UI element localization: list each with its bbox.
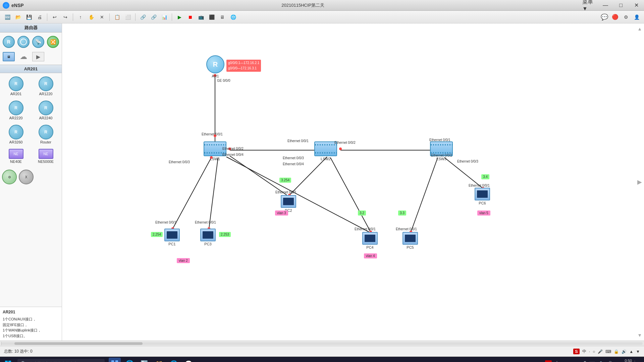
- sys-icon-lock[interactable]: 🔒: [597, 360, 604, 362]
- router-section-title: 路由器: [0, 23, 62, 33]
- link2-button[interactable]: 🔗: [149, 12, 158, 22]
- save-button[interactable]: 💾: [24, 12, 34, 22]
- node-ar1[interactable]: R AR1: [206, 55, 224, 78]
- node-lsw3-label: LSW3: [436, 157, 446, 161]
- sys-icon-lang[interactable]: 中: [554, 360, 560, 362]
- sys-icon-up[interactable]: ▲: [536, 360, 543, 362]
- stop-button[interactable]: ⏹: [185, 12, 195, 22]
- device-item-extra2[interactable]: X: [19, 168, 34, 186]
- screen-button[interactable]: 🖥: [218, 12, 227, 22]
- node-lsw1[interactable]: LSW1: [204, 141, 226, 161]
- ip-box-34: 3.4: [481, 174, 489, 179]
- settings-icon[interactable]: ⚙: [621, 12, 631, 22]
- undo-button[interactable]: ↩: [50, 12, 59, 22]
- ip-box-2254: 2.254: [151, 232, 163, 237]
- sidebar-icon-cloud[interactable]: ☁: [17, 51, 30, 63]
- device-item-ar1220[interactable]: R AR1220: [32, 75, 60, 97]
- new-button[interactable]: 🆕: [3, 12, 12, 22]
- scroll-up[interactable]: ▲: [637, 26, 642, 32]
- port-pc2-eth001: Ethernet 0/0/1: [275, 190, 297, 194]
- node-pc2[interactable]: PC2: [281, 195, 296, 213]
- link-button[interactable]: 🔗: [138, 12, 148, 22]
- text-button[interactable]: 📋: [112, 12, 122, 22]
- sys-icon-S[interactable]: S: [545, 360, 552, 362]
- node-pc4[interactable]: PC4: [362, 232, 378, 249]
- sidebar-icon-arrow[interactable]: ▶: [32, 51, 45, 63]
- select-button[interactable]: ↑: [76, 12, 85, 22]
- device-item-ne5000e[interactable]: NE NE5000E: [32, 147, 60, 165]
- redo-button[interactable]: ↪: [61, 12, 70, 22]
- rect-button[interactable]: ⬜: [123, 12, 132, 22]
- start-button[interactable]: ▶: [175, 12, 184, 22]
- huawei-icon[interactable]: 🔴: [610, 12, 620, 22]
- scroll-thumb-h[interactable]: [14, 342, 143, 345]
- scroll-right[interactable]: ▶: [637, 178, 642, 186]
- minimize-button[interactable]: —: [598, 0, 613, 11]
- black-button[interactable]: ⬛: [207, 12, 216, 22]
- sidebar-icon-router-r[interactable]: R: [2, 35, 15, 49]
- device-item-ar3260[interactable]: R AR3260: [2, 123, 30, 145]
- sys-icon-vol[interactable]: 🔊: [606, 360, 613, 362]
- taskbar-app-folder[interactable]: 📁: [153, 358, 165, 362]
- canvas-scrollbar-h[interactable]: [0, 341, 644, 346]
- monitor-button[interactable]: 📺: [196, 12, 206, 22]
- close-button[interactable]: ✕: [629, 0, 644, 11]
- sep5: [172, 13, 172, 21]
- start-button[interactable]: [0, 357, 16, 362]
- chat-icon[interactable]: 💬: [600, 12, 609, 22]
- device-item-ar2220[interactable]: R AR2220: [2, 99, 30, 121]
- device-item-ar2240[interactable]: R AR2240: [32, 99, 60, 121]
- svg-line-6: [330, 158, 371, 232]
- port-lsw2-eth002: Ethernet 0/0/2: [334, 141, 356, 144]
- menu-button[interactable]: 菜单▼: [582, 0, 598, 11]
- sidebar-icon-wireless[interactable]: 📡: [32, 35, 45, 49]
- maximize-button[interactable]: □: [613, 0, 629, 11]
- node-pc1[interactable]: PC1: [164, 229, 180, 246]
- scroll-track-h[interactable]: [2, 342, 643, 345]
- node-pc5[interactable]: PC5: [402, 232, 418, 249]
- chart-button[interactable]: 📊: [160, 12, 169, 22]
- sys-icon-kbd[interactable]: ⌨: [589, 360, 595, 362]
- titlebar-left: eNSP: [0, 2, 24, 9]
- device-item-extra1[interactable]: ⚙: [2, 168, 17, 186]
- status-mic: 🎤: [598, 349, 603, 354]
- vlan-box-3: vlan 3: [275, 210, 288, 216]
- svg-point-15: [339, 147, 342, 150]
- canvas[interactable]: R AR1 LSW1 LSW2 LSW3: [62, 23, 644, 341]
- taskbar-app-ie[interactable]: 🌐: [168, 358, 180, 362]
- taskbar-app-green[interactable]: 💬: [182, 358, 195, 362]
- scroll-down[interactable]: ▼: [637, 333, 642, 338]
- device-item-ar201[interactable]: R AR201: [2, 75, 30, 97]
- pan-button[interactable]: ✋: [87, 12, 96, 22]
- device-item-router[interactable]: R Router: [32, 123, 60, 145]
- node-lsw3[interactable]: LSW3: [430, 141, 453, 161]
- sidebar-icon-pc[interactable]: 🖥: [2, 51, 15, 63]
- node-pc6[interactable]: PC6: [475, 188, 490, 205]
- task-view-icon: [111, 360, 118, 362]
- node-pc1-label: PC1: [168, 242, 175, 246]
- ip-box-32: 3.2: [358, 210, 366, 216]
- taskbar-app-refresh[interactable]: 🔄: [138, 358, 150, 362]
- node-lsw2[interactable]: LSW2: [314, 141, 337, 161]
- node-ar1-label: AR1: [212, 74, 219, 78]
- sidebar-icon-router2[interactable]: [17, 35, 30, 49]
- status-vol: 🔊: [622, 349, 627, 354]
- search-bar[interactable]: 🔍: [17, 359, 105, 362]
- sys-icon-mic[interactable]: 🎤: [580, 360, 587, 362]
- sys-icon-circle[interactable]: ○: [571, 360, 578, 362]
- user-icon[interactable]: 👤: [632, 12, 641, 22]
- open-button[interactable]: 📂: [13, 12, 23, 22]
- node-pc3-label: PC3: [204, 242, 211, 246]
- show-desktop-button[interactable]: □: [635, 360, 641, 362]
- taskbar-app-explorer[interactable]: [109, 358, 121, 362]
- print-button[interactable]: 🖨: [35, 12, 44, 22]
- sys-icon-dot[interactable]: ·: [562, 360, 569, 362]
- sidebar-icon-router3[interactable]: 🔀: [46, 35, 60, 49]
- delete-button[interactable]: ✕: [97, 12, 107, 22]
- cloud-button[interactable]: 🌐: [228, 12, 238, 22]
- windows-logo-icon: [5, 361, 11, 362]
- device-item-ne40e[interactable]: NE NE40E: [2, 147, 30, 165]
- ip-box-3254: 3.254: [279, 178, 291, 183]
- taskbar-app-edge[interactable]: 🌐: [123, 358, 136, 362]
- node-pc3[interactable]: PC3: [200, 229, 216, 246]
